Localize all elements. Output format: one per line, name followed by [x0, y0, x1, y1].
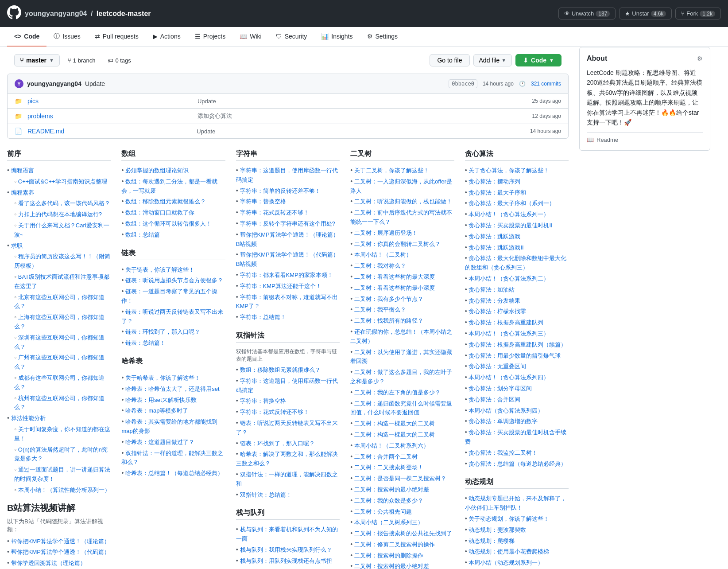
list-link[interactable]: 字符串：总结篇！ — [240, 314, 286, 320]
list-link[interactable]: 上海有这些互联网公司，你都知道么？ — [14, 314, 105, 330]
list-link[interactable]: 哈希表：用set来解析快乐数 — [125, 397, 196, 403]
file-name-readme[interactable]: README.md — [27, 128, 191, 135]
list-link[interactable]: 数组：移除数组元素就很难么？ — [125, 198, 206, 205]
list-link[interactable]: 关于时间复杂度，你不知道的都在这里！ — [14, 426, 110, 442]
list-link[interactable]: 还在玩假的你，总总结！（本周小结之二叉树） — [350, 328, 452, 344]
list-link[interactable]: 贪心算法：根据身高重建队列 — [469, 319, 543, 326]
file-name-pics[interactable]: pics — [27, 97, 192, 105]
list-link[interactable]: 动态规划专题已开始，来不及解释了，小伙伴们上车别掉队！ — [465, 495, 567, 511]
branch-count-link[interactable]: ⑂ 1 branch — [63, 55, 100, 66]
list-link[interactable]: 贪心算法：合并区间 — [469, 396, 520, 403]
tab-wiki[interactable]: 📖 Wiki — [232, 27, 268, 47]
list-link[interactable]: 帮你把KMP算法学个通透！（理论篇）B站视频 — [236, 231, 339, 247]
list-link[interactable]: 二叉树：前中后序迭代方式的写法就不能统一一下么？ — [350, 209, 452, 225]
list-link[interactable]: 字符串：这道题目，使用库函数一行代码搞定 — [236, 378, 338, 394]
readme-link[interactable]: 📖 Readme — [587, 136, 703, 143]
list-link[interactable]: 帮你把KMP算法学个通透！（理论篇） — [11, 538, 110, 545]
unstar-button[interactable]: ★ Unstar 4.6k — [619, 8, 672, 19]
tab-actions[interactable]: ▶ Actions — [146, 27, 188, 47]
list-link[interactable]: 二叉树：是否是同一棵二叉搜索树？ — [354, 475, 446, 482]
list-link[interactable]: 链表：听说过两天反转链表又写不出来了？ — [121, 308, 223, 324]
list-link[interactable]: 帮你把KMP算法学个通透！（代码篇）B站视频 — [236, 251, 339, 267]
list-link[interactable]: 二叉树：递归函数究竟什么时候需要返回值，什么时候不要返回值 — [350, 400, 452, 416]
list-link[interactable]: 贪心算法：单调递增的数字 — [469, 418, 538, 425]
list-link[interactable]: 力扣上的代码想在本地编译运行? — [18, 211, 102, 218]
list-link[interactable]: 二叉树：修剪二叉搜索树的操作 — [354, 541, 435, 548]
file-row-pics[interactable]: 📁 pics Update 25 days ago — [8, 94, 568, 109]
list-link[interactable]: 二叉树：公共祖先问题 — [354, 508, 412, 515]
list-link[interactable]: 字符串：简单的反转还差不够！ — [240, 187, 321, 194]
list-link[interactable]: 深圳有这些互联网公司，你都知道么？ — [14, 334, 105, 350]
list-link[interactable]: 链表：总结篇！ — [125, 339, 166, 346]
list-link[interactable]: 二叉树：听说递归能做的，栈也能做！ — [354, 198, 452, 205]
list-link[interactable]: 贪心算法：根据身高重建队列（续篇） — [469, 341, 566, 348]
list-link[interactable]: 通过一道面试题目，讲一讲递归算法的时间复杂度！ — [14, 466, 110, 482]
list-link[interactable]: 栈与队列：我用栈来实现队列行么？ — [240, 546, 332, 553]
list-link[interactable]: 本周小结！（算法性能分析系列一） — [18, 487, 110, 493]
list-link[interactable]: 求职 — [11, 242, 23, 249]
list-link[interactable]: 链表：一道题目考察了常见的五个操作！ — [121, 288, 217, 304]
list-link[interactable]: 哈希表：map等模多时了 — [125, 407, 188, 414]
tab-pullrequests[interactable]: ⇄ Pull requests — [88, 27, 146, 47]
list-link[interactable]: 二叉树：搜索树的最小绝对差 — [354, 486, 429, 493]
list-link[interactable]: 链表：环找到了，那入口呢？ — [125, 328, 200, 335]
list-link[interactable]: 字符串：前缀表不对称，难道就写不出KMP了？ — [236, 294, 338, 310]
list-link[interactable]: 本周小结！（二叉树系列六） — [354, 442, 429, 449]
list-link[interactable]: 哈希表：解决了两数之和，那么能解决三数之和么？ — [236, 451, 338, 467]
list-link[interactable]: 贪心算法：最大子序和 — [469, 189, 526, 196]
list-link[interactable]: 编程素养 — [11, 189, 34, 196]
unwatch-button[interactable]: 👁 Unwatch 137 — [558, 8, 616, 19]
list-link[interactable]: 哈希表：这道题目做过了？ — [125, 439, 194, 445]
list-link[interactable]: 双指针法：总结篇！ — [240, 491, 292, 498]
reponame-link[interactable]: leetcode-master — [97, 10, 151, 17]
list-link[interactable]: 贪心算法：无重叠区间 — [469, 363, 526, 370]
list-link[interactable]: 字符串：这道题目，使用库函数一行代码搞定 — [236, 167, 338, 183]
list-link[interactable]: 贪心算法：买卖股票的最佳时机含手续费 — [465, 429, 567, 445]
list-link[interactable]: 贪心算法：柠檬水找零 — [469, 308, 526, 315]
file-name-problems[interactable]: problems — [27, 113, 192, 120]
list-link[interactable]: 字符串：替换空格 — [240, 398, 286, 404]
list-link[interactable]: 贪心算法：用最少数量的箭引爆气球 — [469, 352, 561, 359]
list-link[interactable]: 关于用什么来写文档？Carl爱安利一波~ — [14, 222, 109, 238]
list-link[interactable]: 字符串：替换空格 — [240, 198, 286, 205]
list-link[interactable]: 双指针法：一样的道理，能解决四数之和 — [236, 471, 338, 487]
list-link[interactable]: 关于二叉树，你该了解这些！ — [354, 167, 429, 174]
list-link[interactable]: 二叉树：搜索树的删除操作 — [354, 552, 423, 559]
tab-settings[interactable]: ⚙ Settings — [360, 27, 405, 47]
list-link[interactable]: 二叉树：我的众数是多少？ — [354, 497, 423, 504]
list-link[interactable]: 字符串：花式反转还不够！ — [240, 209, 309, 216]
list-link[interactable]: 贪心算法：最大化删除和数组中最大化的数组和（贪心系列三） — [465, 255, 567, 271]
list-link[interactable]: 二叉树：我平衡么？ — [354, 306, 406, 313]
list-link[interactable]: 链表：环找到了，那入口呢？ — [240, 440, 315, 447]
list-link[interactable]: 广州有这些互联网公司，你都知道么？ — [14, 354, 105, 370]
list-link[interactable]: 二叉树：看看这些树的最大深度 — [354, 273, 435, 280]
list-link[interactable]: 二叉树：合并两个二叉树 — [354, 453, 418, 460]
list-link[interactable]: 贪心算法：我监控二叉树！ — [469, 449, 538, 456]
list-link[interactable]: 二叉树：构造一棵最大的二叉树 — [354, 431, 435, 438]
list-link[interactable]: 链表：听说过两天反转链表又写不出来了？ — [236, 420, 338, 436]
username-link[interactable]: youngyangyang04 — [25, 10, 87, 17]
list-link[interactable]: 二叉树：二叉搜索树登场！ — [354, 464, 423, 471]
list-link[interactable]: 本周小结！（二叉树） — [354, 251, 412, 258]
list-link[interactable]: 算法性能分析 — [11, 415, 46, 421]
list-link[interactable]: 链表：听说用虚拟头节点会方便很多？ — [125, 277, 223, 284]
commit-hash[interactable]: 0bbace0 — [449, 79, 477, 88]
list-link[interactable]: 杭州有这些互联网公司，你都知道么？ — [14, 395, 105, 411]
list-link[interactable]: O(n)的算法居然超时了，此时的n究竟是多大？ — [14, 446, 108, 462]
list-link[interactable]: 二叉树：搜索树的最小绝对差 — [354, 563, 429, 569]
list-link[interactable]: C++面试&C++学习指南知识点整理 — [18, 178, 107, 185]
list-link[interactable]: 本周小结（贪心算法系列四） — [469, 407, 543, 414]
list-link[interactable]: 数组：每次遇到二分法，都是一看就会，一写就废 — [121, 178, 217, 194]
list-link[interactable]: 哈希表：其实需要给的地方都能找到map的身影 — [121, 418, 217, 434]
list-link[interactable]: 本周小结！（贪心算法系列四） — [469, 374, 549, 381]
list-link[interactable]: 贪心算法：买卖股票的最佳时机II — [469, 222, 552, 229]
tab-issues[interactable]: ⓘ Issues — [46, 27, 87, 47]
gear-icon[interactable]: ⚙ — [697, 55, 703, 62]
add-file-button[interactable]: Add file ▼ — [473, 54, 512, 66]
list-link[interactable]: 二叉树：找我所有的路径？ — [354, 317, 423, 324]
list-link[interactable]: 二叉树：看看这些树的最小深度 — [354, 284, 435, 291]
list-link[interactable]: 贪心算法：加油站 — [469, 286, 515, 293]
list-link[interactable]: 数组：总结篇 — [125, 231, 160, 238]
list-link[interactable]: 本周小结（动态规划系列一） — [469, 559, 543, 566]
tab-security[interactable]: 🛡 Security — [269, 27, 314, 47]
